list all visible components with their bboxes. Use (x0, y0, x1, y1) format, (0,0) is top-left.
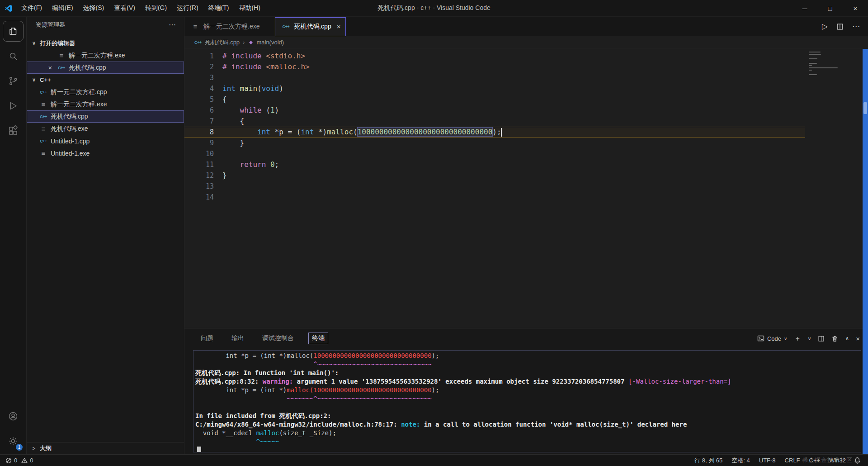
menu-item[interactable]: 运行(R) (172, 0, 203, 17)
more-actions-icon[interactable]: ⋯ (169, 20, 176, 29)
close-panel-icon[interactable]: × (856, 335, 860, 342)
section-outline[interactable]: > 大纲 (27, 442, 184, 454)
file-item[interactable]: C++Untitled-1.cpp (27, 135, 184, 147)
minimap-line (809, 74, 817, 75)
status-item[interactable]: CRLF (780, 457, 805, 464)
code-line[interactable]: 11 return 0; (184, 159, 805, 170)
breadcrumb-symbol[interactable]: main(void) (248, 39, 284, 46)
cpp-file-icon: C++ (38, 114, 49, 119)
terminal-output: int *p = (int *)malloc(10000000000000000… (195, 352, 861, 446)
exe-file-icon: ≡ (56, 52, 67, 59)
menu-item[interactable]: 终端(T) (203, 0, 234, 17)
menu-item[interactable]: 选择(S) (78, 0, 109, 17)
code-line[interactable]: 8 int *p = (int *)malloc(100000000000000… (184, 127, 805, 138)
code-line[interactable]: 2# include <malloc.h> (184, 62, 805, 72)
status-item[interactable]: 空格: 4 (727, 456, 754, 465)
explorer-icon[interactable] (3, 21, 24, 42)
window-title: 死机代码.cpp - c++ - Visual Studio Code (377, 4, 491, 12)
code-line[interactable]: 5{ (184, 94, 805, 105)
open-editor-item[interactable]: ≡解一元二次方程.exe (27, 49, 184, 62)
split-terminal-icon[interactable] (818, 335, 825, 342)
maximize-button[interactable]: □ (817, 0, 843, 17)
terminal-line: void *__cdecl malloc(size_t _Size); (195, 429, 861, 437)
close-icon[interactable]: × (337, 23, 341, 30)
open-editor-item[interactable]: ×C++死机代码.cpp (27, 62, 184, 74)
title-bar: 文件(F)编辑(E)选择(S)查看(V)转到(G)运行(R)终端(T)帮助(H)… (0, 0, 868, 17)
code-editor[interactable]: 1# include <stdio.h>2# include <malloc.h… (184, 49, 868, 328)
account-icon[interactable] (3, 406, 24, 427)
close-button[interactable]: × (843, 0, 868, 17)
settings-gear-icon[interactable]: 1 (3, 431, 24, 452)
cpp-file-icon: C++ (56, 66, 67, 70)
more-actions-icon[interactable]: ⋯ (852, 22, 860, 31)
code-line[interactable]: 10 (184, 148, 805, 159)
panel-tab[interactable]: 调试控制台 (259, 333, 297, 344)
terminal-line: int *p = (int *)malloc(10000000000000000… (195, 352, 861, 360)
code-line[interactable]: 3 (184, 72, 805, 83)
panel-tab[interactable]: 问题 (198, 333, 217, 344)
editor-area: ≡解一元二次方程.exe×C++死机代码.cpp× ▷ ⋯ C++ 死机代码.c… (184, 17, 868, 328)
source-control-icon[interactable] (3, 71, 24, 91)
status-item[interactable]: Win32 (825, 457, 850, 464)
file-item[interactable]: C++死机代码.cpp (27, 110, 184, 123)
editor-tab[interactable]: C++死机代码.cpp× (275, 17, 346, 36)
cpp-file-icon: C++ (38, 90, 49, 95)
terminal-icon (757, 335, 764, 342)
status-item[interactable]: C++ (805, 457, 825, 464)
problems-status[interactable]: 0 0 (5, 457, 33, 464)
minimap-line (809, 76, 809, 77)
minimap-line (809, 67, 838, 68)
new-terminal-button[interactable]: ＋ (794, 334, 801, 343)
code-line[interactable]: 4int main(void) (184, 83, 805, 94)
extensions-icon[interactable] (3, 120, 24, 141)
panel-tab[interactable]: 终端 (309, 333, 328, 344)
minimize-button[interactable]: ─ (792, 0, 817, 17)
terminal-line (195, 403, 861, 412)
open-editors-list: ≡解一元二次方程.exe×C++死机代码.cpp (27, 49, 184, 74)
file-item[interactable]: ≡死机代码.exe (27, 123, 184, 135)
minimap[interactable] (806, 49, 856, 239)
chevron-down-icon: ∨ (784, 336, 787, 341)
run-debug-icon[interactable] (3, 95, 24, 116)
menu-item[interactable]: 文件(F) (16, 0, 47, 17)
kill-terminal-icon[interactable] (831, 335, 838, 342)
code-line[interactable]: 14 (184, 192, 805, 203)
code-line[interactable]: 1# include <stdio.h> (184, 51, 805, 62)
explorer-sidebar: 资源管理器 ⋯ ∨ 打开的编辑器 ≡解一元二次方程.exe×C++死机代码.cp… (27, 17, 184, 454)
menu-item[interactable]: 帮助(H) (234, 0, 265, 17)
code-line[interactable]: 7 { (184, 116, 805, 127)
code-line[interactable]: 9 } (184, 138, 805, 148)
scrollbar-thumb[interactable] (863, 102, 867, 114)
file-item[interactable]: C++解一元二次方程.cpp (27, 86, 184, 98)
split-editor-icon[interactable] (836, 23, 844, 30)
exe-file-icon: ≡ (38, 125, 49, 133)
menu-item[interactable]: 编辑(E) (47, 0, 78, 17)
section-open-editors[interactable]: ∨ 打开的编辑器 (27, 37, 184, 49)
terminal[interactable]: int *p = (int *)malloc(10000000000000000… (193, 350, 861, 452)
status-item[interactable]: 行 8, 列 65 (690, 456, 727, 465)
code-line[interactable]: 6 while (1) (184, 105, 805, 116)
terminal-dropdown-icon[interactable]: ∨ (807, 336, 811, 342)
file-item[interactable]: ≡解一元二次方程.exe (27, 98, 184, 110)
terminal-profile-selector[interactable]: Code ∨ (757, 335, 787, 342)
section-folder[interactable]: ∨ C++ (27, 74, 184, 86)
minimap-line (809, 54, 821, 55)
line-number: 5 (184, 94, 214, 105)
code-line[interactable]: 12} (184, 170, 805, 181)
search-icon[interactable] (3, 46, 24, 67)
activity-bar: 1 (0, 17, 27, 454)
panel-tab-bar: 问题输出调试控制台终端 Code ∨ ＋ ∨ ∧ × (184, 328, 868, 348)
maximize-panel-icon[interactable]: ∧ (845, 335, 849, 342)
menu-item[interactable]: 转到(G) (140, 0, 172, 17)
breadcrumb-file[interactable]: C++ 死机代码.cpp (194, 38, 240, 47)
notifications-bell-icon[interactable] (850, 457, 863, 464)
run-button[interactable]: ▷ (822, 22, 828, 31)
status-item[interactable]: UTF-8 (755, 457, 780, 464)
right-edge-scrollbar[interactable] (863, 49, 868, 454)
code-line[interactable]: 13 (184, 181, 805, 192)
file-item[interactable]: ≡Untitled-1.exe (27, 147, 184, 159)
editor-tab[interactable]: ≡解一元二次方程.exe× (184, 17, 275, 36)
panel-tab[interactable]: 输出 (228, 333, 247, 344)
close-icon[interactable]: × (45, 64, 56, 71)
menu-item[interactable]: 查看(V) (109, 0, 140, 17)
